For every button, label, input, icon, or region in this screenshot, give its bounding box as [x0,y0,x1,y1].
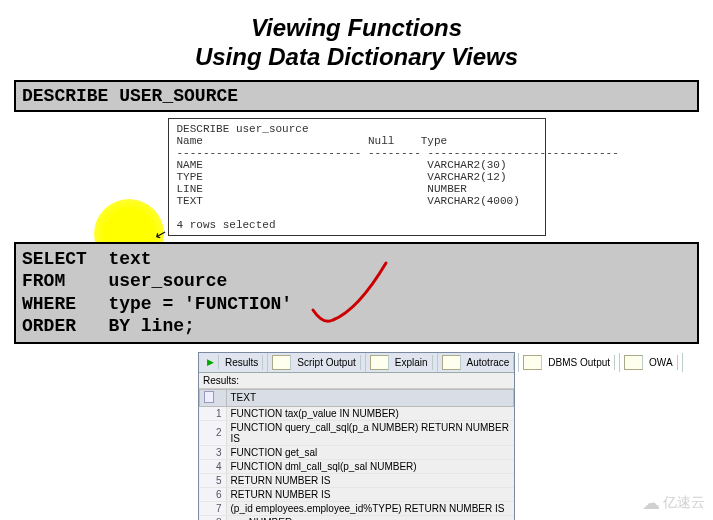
select-line-4: ORDER BY line; [22,316,195,336]
table-row: 1FUNCTION tax(p_value IN NUMBER) [200,406,514,420]
play-icon: ▶ [203,355,219,369]
table-row: 6 RETURN NUMBER IS [200,487,514,501]
explain-icon [370,355,389,370]
title-line-2: Using Data Dictionary Views [0,43,713,72]
table-row: 2FUNCTION query_call_sql(p_a NUMBER) RET… [200,420,514,445]
tab-owa[interactable]: OWA [620,353,683,372]
table-row: 8 v_s NUMBER; [200,515,514,520]
tab-results[interactable]: ▶Results [199,353,268,372]
script-icon [272,355,291,370]
slide-title: Viewing Functions Using Data Dictionary … [0,0,713,72]
col-index [200,389,227,406]
describe-sql: DESCRIBE USER_SOURCE [22,86,238,106]
watermark-text: 亿速云 [663,494,705,512]
results-panel: ▶Results Script Output Explain Autotrace… [198,352,515,520]
autotrace-icon [442,355,461,370]
cloud-icon: ☁ [642,492,660,514]
results-grid: TEXT 1FUNCTION tax(p_value IN NUMBER) 2F… [199,389,514,520]
column-selector-icon [204,391,214,403]
owa-icon [624,355,643,370]
select-line-1: SELECT text [22,249,152,269]
pointer-arrow-icon: ↙ [153,225,169,244]
table-row: 5 RETURN NUMBER IS [200,473,514,487]
table-row: 7 (p_id employees.employee_id%TYPE) RETU… [200,501,514,515]
title-line-1: Viewing Functions [0,14,713,43]
tab-dbms-output[interactable]: DBMS Output [519,353,620,372]
table-row: 3FUNCTION get_sal [200,445,514,459]
table-row: 4FUNCTION dml_call_sql(p_sal NUMBER) [200,459,514,473]
select-line-2: FROM user_source [22,271,227,291]
tab-script-output[interactable]: Script Output [268,353,365,372]
results-tabs: ▶Results Script Output Explain Autotrace… [199,353,514,373]
select-line-3: WHERE type = 'FUNCTION' [22,294,292,314]
tab-autotrace[interactable]: Autotrace [438,353,520,372]
results-header: Results: [199,373,514,389]
describe-output: DESCRIBE user_source Name Null Type ----… [168,118,546,236]
watermark: ☁ 亿速云 [642,492,705,514]
describe-sql-box: DESCRIBE USER_SOURCE [14,80,699,112]
tab-explain[interactable]: Explain [366,353,438,372]
dbms-icon [523,355,542,370]
col-text: TEXT [226,389,514,406]
checkmark-icon [298,255,398,335]
